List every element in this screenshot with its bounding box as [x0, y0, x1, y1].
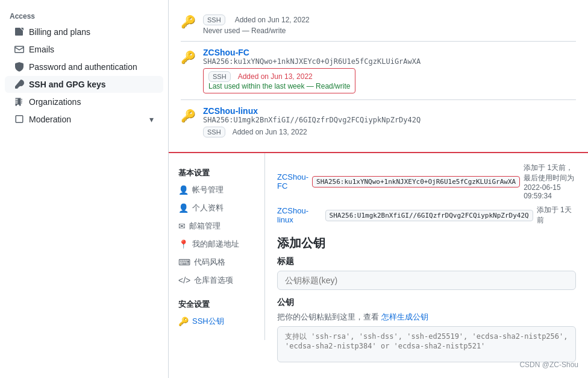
key-field-label: 公钥: [277, 297, 576, 308]
moderation-label: Moderation: [29, 115, 71, 124]
csdn-item-address[interactable]: 📍 我的邮递地址: [169, 235, 264, 253]
key-hash-fc: SHA256:ku1xYNQwo+1nkNJXEYc0+OjR6U1e5fCgz…: [203, 57, 576, 66]
csdn-code-label: 代码风格: [194, 257, 225, 268]
csdn-repo-label: 仓库首选项: [194, 275, 233, 286]
key-added-before: Added on Jun 12, 2022: [235, 16, 310, 24]
code-icon-repo: </>: [178, 276, 190, 285]
csdn-key-name-linux: ZCShou-linux: [277, 206, 322, 224]
watermark: CSDN @ZC-Shou: [519, 361, 578, 369]
key-decorative-icon-0: 🔑: [181, 14, 196, 29]
email-icon: [14, 45, 24, 54]
chevron-down-icon: ▾: [149, 115, 154, 124]
key-description-text: 把你的公钥粘贴到这里，查看: [277, 312, 381, 321]
key-info-fc: ZCShou-FC SHA256:ku1xYNQwo+1nkNJXEYc0+Oj…: [203, 48, 576, 93]
csdn-ssh-label: SSH公钥: [192, 316, 224, 327]
key-info-linux: ZCShou-linux SHA256:U1mgk2BnXfiGI//6GIQz…: [203, 106, 576, 137]
ssh-key-item-fc: 🔑 ZCShou-FC SHA256:ku1xYNQwo+1nkNJXEYc0+…: [181, 42, 576, 100]
csdn-key-hash-linux: SHA256:U1mgk2BnXfiGI//6GIQzfrDQvg2FCQiyp…: [325, 210, 533, 221]
csdn-sidebar: 基本设置 👤 帐号管理 👤 个人资料 ✉ 邮箱管理 📍 我的邮递地址: [169, 153, 265, 340]
key-name-fc: ZCShou-FC: [203, 48, 576, 57]
csdn-item-code-style[interactable]: ⌨ 代码风格: [169, 253, 264, 271]
csdn-item-repo-prefs[interactable]: </> 仓库首选项: [169, 271, 264, 289]
csdn-basic-section-label: 基本设置: [169, 163, 264, 181]
sidebar-item-organizations[interactable]: Organizations: [5, 93, 163, 110]
key-used-fc: Last used within the last week — Read/wr…: [208, 82, 350, 90]
key-decorative-icon-fc: 🔑: [181, 50, 196, 65]
person-icon-profile: 👤: [178, 203, 189, 213]
csdn-key-hash-fc: SHA256:ku1xYNQwo+1nkNJXEYc0+OjR6U1e5fCgz…: [312, 176, 520, 187]
key-added-linux: Added on Jun 13, 2022: [233, 128, 307, 136]
sidebar-item-billing[interactable]: Billing and plans: [5, 24, 163, 40]
ssh-key-item-0: 🔑 SSH Added on Jun 12, 2022 Never used —…: [181, 7, 576, 42]
csdn-main-content: ZCShou-FC SHA256:ku1xYNQwo+1nkNJXEYc0+Oj…: [265, 153, 588, 374]
code-icon-style: ⌨: [178, 257, 190, 267]
add-key-title: 添加公钥: [277, 235, 576, 251]
key-hash-linux: SHA256:U1mgk2BnXfiGI//6GIQzfrDQvg2FCQiyp…: [203, 116, 576, 124]
csdn-key-row-fc: ZCShou-FC SHA256:ku1xYNQwo+1nkNJXEYc0+Oj…: [277, 163, 576, 200]
csdn-item-account[interactable]: 👤 帐号管理: [169, 181, 264, 199]
csdn-security-section-label: 安全设置: [169, 294, 264, 312]
ssh-badge-linux: SSH: [203, 127, 225, 137]
key-icon-csdn: 🔑: [178, 317, 189, 326]
ssh-label: SSH and GPG keys: [29, 80, 106, 89]
billing-label: Billing and plans: [29, 27, 90, 37]
password-label: Password and authentication: [29, 62, 137, 72]
location-icon: 📍: [178, 239, 189, 249]
csdn-key-name-fc: ZCShou-FC: [277, 172, 308, 191]
person-icon-account: 👤: [178, 185, 189, 195]
sidebar-item-password[interactable]: Password and authentication: [5, 58, 163, 75]
key-decorative-icon-linux: 🔑: [181, 109, 196, 123]
github-ssh-section: 🔑 SSH Added on Jun 12, 2022 Never used —…: [169, 0, 588, 153]
emails-label: Emails: [29, 45, 54, 54]
shield-icon: [14, 62, 24, 72]
sidebar-item-moderation[interactable]: Moderation ▾: [5, 111, 163, 128]
csdn-key-meta-linux: 添加于 1天前: [537, 205, 576, 225]
billing-icon: [14, 27, 24, 37]
key-meta-fc-box: SSH Added on Jun 13, 2022 Last used with…: [203, 68, 355, 93]
organizations-label: Organizations: [29, 97, 81, 107]
ssh-badge-fc: SSH: [208, 71, 231, 82]
csdn-key-list: ZCShou-FC SHA256:ku1xYNQwo+1nkNJXEYc0+Oj…: [277, 163, 576, 225]
key-name-linux: ZCShou-linux: [203, 106, 576, 116]
key-textarea[interactable]: [277, 326, 576, 362]
csdn-key-row-linux: ZCShou-linux SHA256:U1mgk2BnXfiGI//6GIQz…: [277, 205, 576, 225]
csdn-item-ssh-keys[interactable]: 🔑 SSH公钥: [169, 312, 264, 330]
sidebar-item-ssh[interactable]: SSH and GPG keys: [5, 76, 163, 93]
sidebar-item-emails[interactable]: Emails: [5, 41, 163, 58]
key-icon: [14, 80, 24, 89]
title-field-label: 标题: [277, 256, 576, 267]
key-title-input[interactable]: [277, 271, 576, 290]
key-added-fc: Added on Jun 13, 2022: [238, 72, 313, 81]
csdn-section: 基本设置 👤 帐号管理 👤 个人资料 ✉ 邮箱管理 📍 我的邮递地址: [169, 153, 588, 374]
key-description: 把你的公钥粘贴到这里，查看 怎样生成公钥: [277, 312, 576, 323]
csdn-key-meta-fc: 添加于 1天前，最后使用时间为 2022-06-15 09:59:34: [524, 163, 576, 200]
add-key-section: 添加公钥 标题 公钥 把你的公钥粘贴到这里，查看 怎样生成公钥: [277, 235, 576, 364]
ssh-key-item-linux: 🔑 ZCShou-linux SHA256:U1mgk2BnXfiGI//6GI…: [181, 100, 576, 145]
access-section-label: Access: [0, 10, 168, 23]
ssh-badge-0: SSH: [203, 14, 225, 25]
csdn-account-label: 帐号管理: [192, 184, 224, 195]
csdn-profile-label: 个人资料: [192, 203, 224, 213]
csdn-address-label: 我的邮递地址: [192, 239, 239, 250]
csdn-email-label: 邮箱管理: [189, 221, 220, 232]
main-content: 🔑 SSH Added on Jun 12, 2022 Never used —…: [169, 0, 588, 378]
csdn-item-email[interactable]: ✉ 邮箱管理: [169, 217, 264, 235]
github-sidebar: Access Billing and plans Emails Password…: [0, 0, 169, 378]
moderation-icon: [14, 115, 24, 124]
email-icon-csdn: ✉: [178, 221, 186, 231]
csdn-item-profile[interactable]: 👤 个人资料: [169, 199, 264, 217]
key-gen-link[interactable]: 怎样生成公钥: [381, 312, 428, 321]
key-info-0: SSH Added on Jun 12, 2022 Never used — R…: [203, 14, 576, 35]
key-used-0: Never used — Read/write: [203, 27, 576, 35]
org-icon: [14, 97, 24, 107]
